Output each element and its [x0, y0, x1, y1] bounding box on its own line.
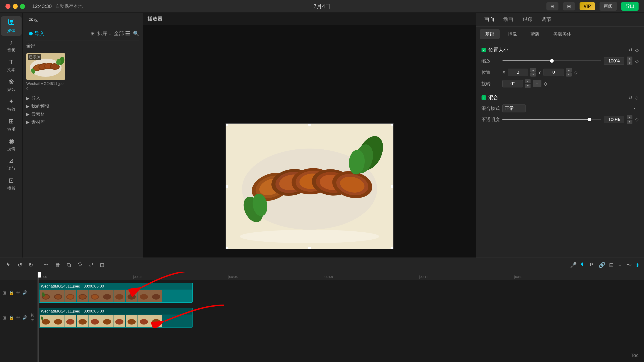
position-keyframe-icon[interactable]: ◇ [574, 70, 577, 75]
redo-btn[interactable]: ↻ [27, 260, 34, 270]
split-btn[interactable] [42, 260, 50, 270]
subtab-keying[interactable]: 抠像 [502, 29, 522, 39]
sidebar-item-transition[interactable]: ⊞ 转场 [1, 115, 22, 134]
grid-view-btn[interactable]: ⊞ [90, 31, 95, 37]
nav-cloud[interactable]: ▶ 云素材 [26, 111, 139, 117]
opacity-input[interactable] [604, 116, 624, 123]
layout-btn[interactable]: ⊞ [563, 2, 575, 11]
all-filter-btn[interactable]: 全部 ☰ [114, 30, 130, 37]
opacity-slider[interactable] [502, 119, 601, 120]
tab-animation[interactable]: 动画 [499, 13, 518, 26]
mic-btn[interactable]: 🎤 [570, 262, 577, 268]
rotation-minus-btn[interactable]: － [533, 80, 542, 87]
tab-tracking[interactable]: 跟踪 [518, 13, 537, 26]
nav-my-presets[interactable]: ▶ 我的预设 [26, 103, 139, 109]
sidebar-item-adjust[interactable]: ⊿ 调节 [1, 155, 22, 174]
handle-tl[interactable] [226, 123, 228, 126]
blend-reset-icon[interactable]: ↺ [628, 95, 632, 100]
subtab-mask[interactable]: 蒙版 [525, 29, 545, 39]
nav-import[interactable]: ▶ 导入 [26, 95, 139, 101]
opacity-keyframe-icon[interactable]: ◇ [635, 117, 638, 122]
close-button[interactable] [6, 4, 10, 9]
opacity-down-btn[interactable]: ▼ [627, 120, 632, 124]
nav-item-local[interactable]: 本地 [26, 16, 40, 24]
scale-input[interactable] [604, 57, 624, 65]
subtab-basic[interactable]: 基础 [480, 29, 500, 39]
sidebar-item-text[interactable]: T 文本 [1, 56, 22, 75]
handle-tc[interactable] [308, 123, 311, 126]
minimize-button[interactable] [13, 4, 18, 9]
reset-icon[interactable]: ↺ [628, 47, 632, 53]
y-input[interactable] [544, 69, 564, 76]
position-size-checkbox[interactable]: ✓ [482, 48, 486, 52]
handle-bl[interactable] [226, 247, 228, 249]
zoom-out-btn[interactable]: － [617, 261, 623, 269]
sort-btn[interactable]: 排序 ↕ [97, 30, 111, 37]
blend-mode-select[interactable]: 正常 叠加 滤色 正片叠底 [502, 104, 526, 112]
handle-br[interactable] [391, 247, 394, 249]
rotation-up-btn[interactable]: ▲ [525, 79, 530, 83]
scale-keyframe-icon[interactable]: ◇ [635, 58, 638, 64]
scale-slider[interactable] [502, 60, 601, 61]
opacity-thumb[interactable] [588, 118, 591, 121]
crop-btn[interactable]: ⊡ [98, 260, 106, 270]
handle-tr[interactable] [391, 123, 394, 126]
subtab-beauty[interactable]: 美颜美体 [548, 29, 577, 39]
handle-bc[interactable] [308, 247, 311, 249]
blend-checkbox[interactable]: ✓ [482, 95, 486, 100]
duplicate-btn[interactable]: ⧉ [66, 260, 72, 270]
link-btn[interactable]: 🔗 [598, 262, 606, 268]
keyframe-icon[interactable]: ◇ [635, 47, 638, 53]
media-item[interactable]: 已添加 [26, 53, 65, 91]
audio-wave-btn[interactable]: 〜 [626, 261, 632, 269]
rotation-input[interactable] [502, 80, 523, 87]
review-button[interactable]: 审阅 [600, 2, 617, 11]
track2-lock-icon[interactable]: 🔒 [9, 315, 14, 320]
sidebar-item-template[interactable]: ⊡ 模板 [1, 174, 22, 193]
x-down-btn[interactable]: ▼ [530, 73, 536, 77]
tab-screen[interactable]: 画面 [480, 13, 499, 26]
delete-btn[interactable]: 🗑 [54, 260, 62, 270]
nav-library[interactable]: ▶ 素材库 [26, 119, 139, 125]
maximize-button[interactable] [20, 4, 25, 9]
rotate-btn[interactable] [76, 260, 84, 270]
track2-clip[interactable]: WechatIMG24511.jpeg 00:00:05:00 [38, 308, 193, 328]
handle-lc[interactable] [226, 185, 228, 188]
sidebar-item-media[interactable]: 媒体 [1, 16, 22, 36]
sidebar-item-filter[interactable]: ◉ 滤镜 [1, 135, 22, 154]
add-track-btn[interactable]: ⊕ [636, 262, 640, 268]
track1-audio-icon[interactable]: 🔊 [22, 290, 28, 295]
opacity-up-btn[interactable]: ▲ [627, 115, 632, 119]
flip-btn[interactable]: ⇄ [88, 260, 95, 270]
select-tool-btn[interactable] [4, 260, 13, 270]
align-btn[interactable]: ⊟ [609, 262, 614, 268]
handle-rc[interactable] [391, 185, 394, 188]
audio-snap-btn[interactable] [580, 262, 586, 268]
sidebar-item-effects[interactable]: ✦ 特效 [1, 95, 22, 114]
track1-eye-icon[interactable]: 👁 [16, 290, 20, 295]
sidebar-item-sticker[interactable]: ❀ 贴纸 [1, 76, 22, 95]
y-up-btn[interactable]: ▲ [566, 68, 572, 72]
x-input[interactable] [508, 69, 528, 76]
display-btn[interactable]: ⊟ [546, 2, 558, 11]
track1-lock-icon[interactable]: 🔒 [9, 290, 14, 295]
scale-up-btn[interactable]: ▲ [627, 57, 632, 61]
export-button[interactable]: 导出 [621, 2, 638, 11]
import-button[interactable]: 导入 [26, 29, 47, 38]
track2-eye-icon[interactable]: 👁 [16, 315, 20, 320]
video-frame[interactable]: ↻ [226, 123, 394, 249]
vip-button[interactable]: VIP [580, 2, 595, 10]
video-snap-btn[interactable] [590, 262, 595, 268]
x-up-btn[interactable]: ▲ [530, 68, 536, 72]
track1-clip[interactable]: WechatIMG24511.jpeg 00:00:05:00 [38, 283, 193, 303]
search-btn[interactable]: 🔍 [133, 31, 139, 37]
playhead[interactable] [38, 272, 39, 362]
track2-audio-icon[interactable]: 🔊 [22, 315, 28, 320]
undo-btn[interactable]: ↺ [16, 260, 24, 270]
player-menu-icon[interactable]: ⋯ [466, 16, 471, 22]
scale-down-btn[interactable]: ▼ [627, 61, 632, 65]
rotation-down-btn[interactable]: ▼ [525, 84, 530, 88]
rotation-keyframe-icon[interactable]: ◇ [544, 81, 547, 86]
scale-thumb[interactable] [550, 59, 554, 63]
blend-keyframe-icon[interactable]: ◇ [635, 95, 638, 100]
